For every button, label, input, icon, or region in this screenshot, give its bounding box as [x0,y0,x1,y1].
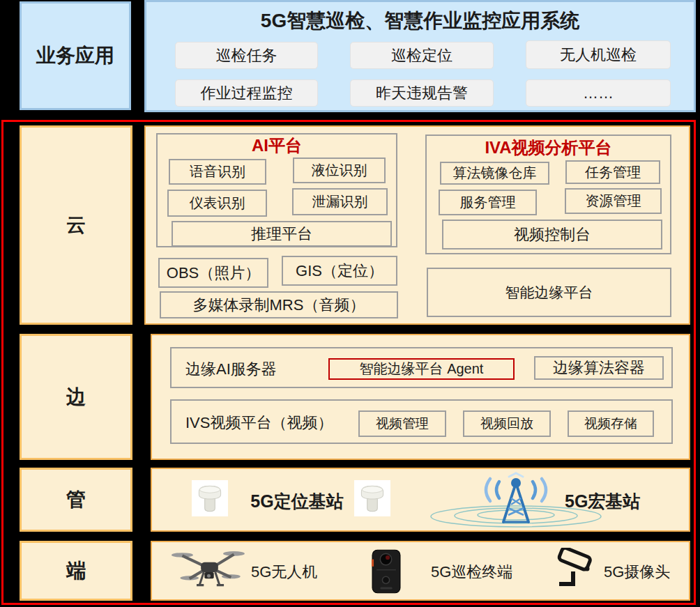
app-button-drone-inspection: 无人机巡检 [526,40,671,69]
edge-panel: 边缘AI服务器 智能边缘平台 Agent 边缘算法容器 IVS视频平台（视频） … [151,334,690,460]
gis-box: GIS（定位） [282,256,397,286]
edge-layer-label: 边 [20,334,132,460]
cctv-camera-label: 5G摄像头 [604,542,670,602]
cctv-camera-icon [553,548,596,592]
system-title: 5G智慧巡检、智慧作业监控应用系统 [146,5,694,37]
ai-item-liquid-level-recognition: 液位识别 [293,157,386,183]
cloud-layer-label-text: 云 [66,212,86,238]
ivs-item-video-playback: 视频回放 [463,410,551,437]
edge-server-box: 边缘AI服务器 智能边缘平台 Agent 边缘算法容器 [170,347,673,388]
positioning-beacon-icon [354,480,390,519]
edge-layer-label-text: 边 [66,384,86,410]
ivs-video-platform-label: IVS视频平台（视频） [185,401,333,445]
iva-item-algorithm-image-repo: 算法镜像仓库 [440,162,549,185]
drone-icon [171,546,248,595]
iva-item-service-management: 服务管理 [439,190,537,215]
cloud-layer-label: 云 [20,125,132,325]
ai-platform-title: AI平台 [158,135,396,157]
business-panel: 5G智慧巡检、智慧作业监控应用系统 巡检任务 巡检定位 无人机巡检 作业过程监控… [144,0,696,112]
ai-item-inference-platform: 推理平台 [172,221,392,247]
macro-base-station-label: 5G宏基站 [565,469,640,533]
obs-box: OBS（照片） [158,258,268,288]
mrs-box: 多媒体录制MRS（音频） [160,291,398,318]
app-button-more: …… [526,79,671,107]
app-button-work-monitoring: 作业过程监控 [175,79,318,107]
cloud-panel: AI平台 语音识别 液位识别 仪表识别 泄漏识别 推理平台 IVA视频分析平台 … [144,125,690,325]
ivs-item-video-storage: 视频存储 [568,410,654,437]
ai-item-leak-recognition: 泄漏识别 [292,188,388,215]
iva-platform-title: IVA视频分析平台 [427,136,670,160]
device-panel: 5G无人机 5G巡检终端 5G摄像头 [151,541,690,601]
edge-algorithm-container-box: 边缘算法容器 [534,356,664,380]
iva-item-video-console: 视频控制台 [442,220,662,249]
positioning-beacon-icon [192,480,228,519]
pipe-layer-label-text: 管 [66,486,86,513]
ivs-video-platform-box: IVS视频平台（视频） 视频管理 视频回放 视频存储 [170,399,673,444]
iva-item-resource-management: 资源管理 [565,188,662,214]
ai-platform-box: AI平台 语音识别 液位识别 仪表识别 泄漏识别 推理平台 [156,133,397,247]
inspection-terminal-label: 5G巡检终端 [431,542,512,602]
app-button-inspection-locating: 巡检定位 [350,42,494,69]
app-button-inspection-task: 巡检任务 [175,42,318,69]
intelligent-edge-agent-box: 智能边缘平台 Agent [328,358,515,380]
drone-label: 5G无人机 [251,542,317,602]
pipe-panel: 5G定位基站 [151,468,690,532]
ai-item-speech-recognition: 语音识别 [169,159,266,185]
ivs-item-video-management: 视频管理 [358,410,446,437]
business-layer-label: 业务应用 [20,1,131,110]
positioning-base-station-label: 5G定位基站 [240,469,354,533]
iva-platform-box: IVA视频分析平台 算法镜像仓库 任务管理 服务管理 资源管理 视频控制台 [425,135,671,254]
intelligent-edge-platform-box: 智能边缘平台 [427,268,671,317]
ai-item-meter-recognition: 仪表识别 [167,190,267,217]
pipe-layer-label: 管 [20,468,132,532]
business-layer-label-text: 业务应用 [36,43,114,69]
device-layer-label-text: 端 [66,558,86,584]
edge-ai-server-label: 边缘AI服务器 [185,348,277,390]
app-button-violation-alarm: 昨天违规告警 [350,79,494,107]
architecture-diagram: 业务应用 5G智慧巡检、智慧作业监控应用系统 巡检任务 巡检定位 无人机巡检 作… [0,0,700,607]
iva-item-task-management: 任务管理 [565,160,660,184]
device-layer-label: 端 [20,541,132,601]
inspection-terminal-icon [372,549,401,597]
